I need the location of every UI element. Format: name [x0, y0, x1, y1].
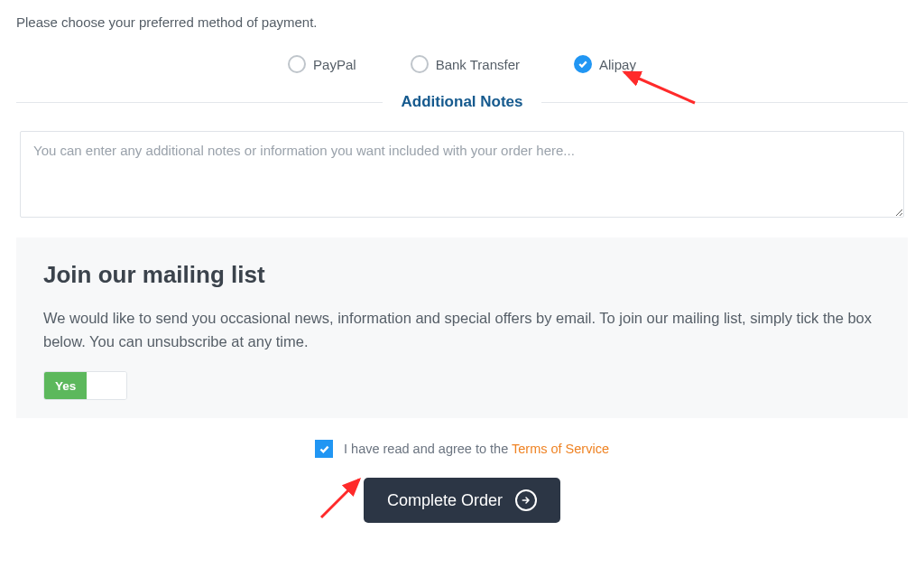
additional-notes-textarea[interactable] [20, 131, 904, 218]
payment-method-prompt: Please choose your preferred method of p… [16, 14, 908, 30]
arrow-right-circle-icon [515, 489, 537, 511]
section-title-additional-notes: Additional Notes [401, 93, 522, 111]
payment-option-label: Alipay [599, 57, 636, 72]
complete-order-button[interactable]: Complete Order [364, 478, 560, 523]
toggle-on-label: Yes [44, 372, 87, 399]
check-icon [319, 443, 330, 455]
mailing-list-title: Join our mailing list [43, 261, 881, 289]
radio-checked-icon [574, 55, 592, 73]
mailing-list-toggle[interactable]: Yes [43, 371, 127, 400]
payment-option-alipay[interactable]: Alipay [574, 55, 636, 73]
payment-option-bank-transfer[interactable]: Bank Transfer [411, 55, 520, 73]
mailing-list-card: Join our mailing list We would like to s… [16, 237, 908, 418]
tos-link[interactable]: Terms of Service [512, 442, 609, 456]
tos-prefix: I have read and agree to the [344, 442, 512, 456]
radio-unchecked-icon [288, 55, 306, 73]
tos-checkbox[interactable] [315, 440, 333, 458]
radio-unchecked-icon [411, 55, 429, 73]
mailing-list-description: We would like to send you occasional new… [43, 307, 881, 353]
payment-option-label: Bank Transfer [436, 57, 520, 72]
tos-text: I have read and agree to the Terms of Se… [344, 442, 609, 456]
payment-option-paypal[interactable]: PayPal [288, 55, 356, 73]
complete-order-label: Complete Order [387, 491, 503, 510]
section-separator: Additional Notes [16, 93, 908, 111]
payment-option-label: PayPal [313, 57, 356, 72]
payment-options-row: PayPal Bank Transfer Alipay [16, 55, 908, 73]
tos-row: I have read and agree to the Terms of Se… [16, 440, 908, 458]
toggle-off-blank [87, 372, 126, 399]
